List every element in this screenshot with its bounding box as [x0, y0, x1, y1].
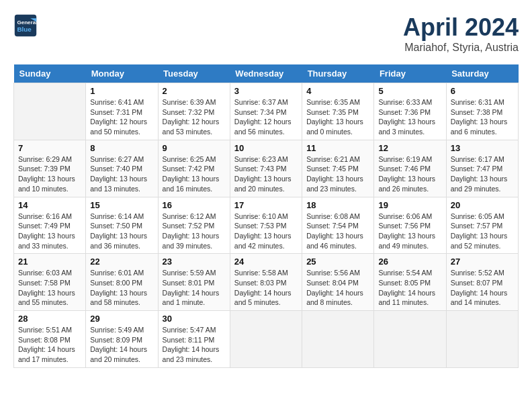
weekday-header-saturday: Saturday: [446, 64, 518, 83]
day-number: 28: [18, 314, 81, 324]
calendar-cell: 23Sunrise: 5:59 AMSunset: 8:01 PMDayligh…: [158, 254, 230, 311]
day-info: Sunrise: 6:23 AMSunset: 7:43 PMDaylight:…: [234, 154, 298, 194]
week-row-1: 1Sunrise: 6:41 AMSunset: 7:31 PMDaylight…: [14, 83, 519, 140]
day-number: 18: [306, 200, 369, 210]
logo-icon: General Blue: [13, 13, 38, 38]
day-info: Sunrise: 6:39 AMSunset: 7:32 PMDaylight:…: [163, 97, 226, 137]
calendar-cell: 27Sunrise: 5:52 AMSunset: 8:07 PMDayligh…: [446, 254, 518, 311]
calendar-cell: [374, 311, 446, 368]
day-number: 30: [163, 314, 226, 324]
day-number: 7: [18, 143, 81, 153]
logo: General Blue: [13, 13, 38, 38]
calendar-cell: 30Sunrise: 5:47 AMSunset: 8:11 PMDayligh…: [158, 311, 230, 368]
calendar-cell: 14Sunrise: 6:16 AMSunset: 7:49 PMDayligh…: [14, 197, 86, 254]
calendar-cell: 22Sunrise: 6:01 AMSunset: 8:00 PMDayligh…: [86, 254, 158, 311]
calendar-cell: 7Sunrise: 6:29 AMSunset: 7:39 PMDaylight…: [14, 140, 86, 197]
day-number: 15: [90, 200, 153, 210]
calendar-cell: 19Sunrise: 6:06 AMSunset: 7:56 PMDayligh…: [374, 197, 446, 254]
calendar-cell: 17Sunrise: 6:10 AMSunset: 7:53 PMDayligh…: [230, 197, 302, 254]
day-number: 24: [234, 257, 298, 267]
calendar-cell: 24Sunrise: 5:58 AMSunset: 8:03 PMDayligh…: [230, 254, 302, 311]
week-row-2: 7Sunrise: 6:29 AMSunset: 7:39 PMDaylight…: [14, 140, 519, 197]
day-info: Sunrise: 6:33 AMSunset: 7:36 PMDaylight:…: [378, 97, 441, 137]
day-info: Sunrise: 6:12 AMSunset: 7:52 PMDaylight:…: [163, 212, 226, 251]
day-number: 12: [378, 143, 441, 153]
day-number: 4: [306, 86, 369, 96]
week-row-4: 21Sunrise: 6:03 AMSunset: 7:58 PMDayligh…: [14, 254, 519, 311]
calendar-cell: 8Sunrise: 6:27 AMSunset: 7:40 PMDaylight…: [86, 140, 158, 197]
day-number: 1: [90, 86, 153, 96]
location: Mariahof, Styria, Austria: [403, 42, 519, 54]
weekday-header-row: SundayMondayTuesdayWednesdayThursdayFrid…: [14, 64, 519, 83]
page-header: General Blue April 2024 Mariahof, Styria…: [13, 13, 519, 54]
day-info: Sunrise: 6:29 AMSunset: 7:39 PMDaylight:…: [18, 154, 81, 194]
day-info: Sunrise: 6:21 AMSunset: 7:45 PMDaylight:…: [306, 154, 369, 194]
day-info: Sunrise: 6:14 AMSunset: 7:50 PMDaylight:…: [90, 212, 153, 251]
calendar-cell: 20Sunrise: 6:05 AMSunset: 7:57 PMDayligh…: [446, 197, 518, 254]
calendar-cell: [14, 83, 86, 140]
day-info: Sunrise: 5:58 AMSunset: 8:03 PMDaylight:…: [234, 268, 298, 308]
weekday-header-tuesday: Tuesday: [158, 64, 230, 83]
calendar-cell: [302, 311, 374, 368]
day-number: 25: [306, 257, 369, 267]
day-info: Sunrise: 6:16 AMSunset: 7:49 PMDaylight:…: [18, 212, 81, 251]
day-info: Sunrise: 5:52 AMSunset: 8:07 PMDaylight:…: [451, 268, 514, 308]
day-number: 23: [163, 257, 226, 267]
day-info: Sunrise: 6:03 AMSunset: 7:58 PMDaylight:…: [18, 268, 81, 308]
calendar-cell: 2Sunrise: 6:39 AMSunset: 7:32 PMDaylight…: [158, 83, 230, 140]
week-row-3: 14Sunrise: 6:16 AMSunset: 7:49 PMDayligh…: [14, 197, 519, 254]
calendar-cell: 25Sunrise: 5:56 AMSunset: 8:04 PMDayligh…: [302, 254, 374, 311]
calendar-cell: 11Sunrise: 6:21 AMSunset: 7:45 PMDayligh…: [302, 140, 374, 197]
calendar-cell: 29Sunrise: 5:49 AMSunset: 8:09 PMDayligh…: [86, 311, 158, 368]
calendar-cell: 10Sunrise: 6:23 AMSunset: 7:43 PMDayligh…: [230, 140, 302, 197]
calendar-cell: [446, 311, 518, 368]
day-number: 20: [451, 200, 514, 210]
day-number: 11: [306, 143, 369, 153]
day-number: 16: [163, 200, 226, 210]
day-info: Sunrise: 6:31 AMSunset: 7:38 PMDaylight:…: [451, 97, 514, 137]
day-number: 6: [451, 86, 514, 96]
day-info: Sunrise: 6:01 AMSunset: 8:00 PMDaylight:…: [90, 268, 153, 308]
calendar-cell: 16Sunrise: 6:12 AMSunset: 7:52 PMDayligh…: [158, 197, 230, 254]
day-info: Sunrise: 6:41 AMSunset: 7:31 PMDaylight:…: [90, 97, 153, 137]
weekday-header-wednesday: Wednesday: [230, 64, 302, 83]
calendar-cell: 26Sunrise: 5:54 AMSunset: 8:05 PMDayligh…: [374, 254, 446, 311]
day-number: 10: [234, 143, 298, 153]
day-number: 3: [234, 86, 298, 96]
svg-text:Blue: Blue: [17, 26, 32, 33]
calendar-cell: 13Sunrise: 6:17 AMSunset: 7:47 PMDayligh…: [446, 140, 518, 197]
day-number: 5: [378, 86, 441, 96]
calendar-cell: 4Sunrise: 6:35 AMSunset: 7:35 PMDaylight…: [302, 83, 374, 140]
weekday-header-sunday: Sunday: [14, 64, 86, 83]
day-info: Sunrise: 5:47 AMSunset: 8:11 PMDaylight:…: [163, 325, 226, 365]
day-info: Sunrise: 6:27 AMSunset: 7:40 PMDaylight:…: [90, 154, 153, 194]
day-number: 19: [378, 200, 441, 210]
weekday-header-monday: Monday: [86, 64, 158, 83]
day-info: Sunrise: 6:17 AMSunset: 7:47 PMDaylight:…: [451, 154, 514, 194]
day-number: 2: [163, 86, 226, 96]
weekday-header-friday: Friday: [374, 64, 446, 83]
day-number: 29: [90, 314, 153, 324]
week-row-5: 28Sunrise: 5:51 AMSunset: 8:08 PMDayligh…: [14, 311, 519, 368]
calendar-cell: 21Sunrise: 6:03 AMSunset: 7:58 PMDayligh…: [14, 254, 86, 311]
day-info: Sunrise: 6:37 AMSunset: 7:34 PMDaylight:…: [234, 97, 298, 137]
day-info: Sunrise: 5:51 AMSunset: 8:08 PMDaylight:…: [18, 325, 81, 365]
day-number: 8: [90, 143, 153, 153]
calendar-cell: 12Sunrise: 6:19 AMSunset: 7:46 PMDayligh…: [374, 140, 446, 197]
day-info: Sunrise: 6:05 AMSunset: 7:57 PMDaylight:…: [451, 212, 514, 251]
calendar-cell: [230, 311, 302, 368]
calendar-cell: 15Sunrise: 6:14 AMSunset: 7:50 PMDayligh…: [86, 197, 158, 254]
day-info: Sunrise: 5:49 AMSunset: 8:09 PMDaylight:…: [90, 325, 153, 365]
title-block: April 2024 Mariahof, Styria, Austria: [403, 13, 519, 54]
day-info: Sunrise: 6:25 AMSunset: 7:42 PMDaylight:…: [163, 154, 226, 194]
calendar-cell: 9Sunrise: 6:25 AMSunset: 7:42 PMDaylight…: [158, 140, 230, 197]
day-number: 17: [234, 200, 298, 210]
day-info: Sunrise: 6:08 AMSunset: 7:54 PMDaylight:…: [306, 212, 369, 251]
day-number: 14: [18, 200, 81, 210]
day-info: Sunrise: 6:10 AMSunset: 7:53 PMDaylight:…: [234, 212, 298, 251]
day-info: Sunrise: 5:56 AMSunset: 8:04 PMDaylight:…: [306, 268, 369, 308]
day-number: 13: [451, 143, 514, 153]
calendar-cell: 3Sunrise: 6:37 AMSunset: 7:34 PMDaylight…: [230, 83, 302, 140]
day-number: 27: [451, 257, 514, 267]
calendar-cell: 28Sunrise: 5:51 AMSunset: 8:08 PMDayligh…: [14, 311, 86, 368]
